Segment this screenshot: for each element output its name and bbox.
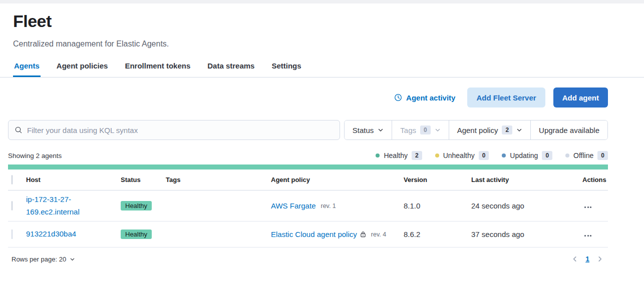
status-badge: Healthy [121,201,152,210]
search-icon [15,126,23,134]
table-row: ip-172-31-27-169.ec2.internal Healthy AW… [8,190,608,222]
page-subtitle: Centralized management for Elastic Agent… [13,40,631,48]
legend-updating-label: Updating [510,152,538,160]
agent-activity-label: Agent activity [406,94,455,102]
filter-tags-label: Tags [400,126,416,134]
previous-page-icon[interactable] [571,256,578,262]
column-header-last-activity: Last activity [471,176,582,184]
legend-healthy-label: Healthy [384,152,407,160]
summary-row: Showing 2 agents Healthy 2 Unhealthy 0 U… [8,151,608,160]
chevron-down-icon [516,127,522,133]
legend-offline-label: Offline [573,152,593,160]
status-badge: Healthy [121,230,152,239]
chevron-down-icon [378,127,384,133]
toolbar: Agent activity Add Fleet Server Add agen… [8,88,608,108]
select-all-checkbox[interactable] [12,175,13,184]
pagination: 1 [571,255,603,263]
column-header-policy: Agent policy [271,176,404,184]
unhealthy-dot-icon [435,154,439,158]
search-filter-row: Status Tags 0 Agent policy 2 Up [8,120,608,140]
agents-count-text: Showing 2 agents [8,152,62,160]
legend-updating: Updating 0 [502,151,552,160]
agent-policy-count-badge: 2 [502,126,512,134]
policy-revision: rev. 1 [320,202,336,210]
column-header-tags: Tags [166,176,271,184]
clock-icon [394,94,402,102]
rows-per-page-selector[interactable]: Rows per page: 20 [12,256,75,263]
legend-offline: Offline 0 [565,151,608,160]
legend-healthy: Healthy 2 [376,151,422,160]
row-actions-icon[interactable] [582,204,593,211]
agents-table: Host Status Tags Agent policy Version La… [8,170,608,248]
next-page-icon[interactable] [596,256,603,262]
updating-dot-icon [502,154,506,158]
unhealthy-count-badge: 0 [479,151,489,160]
legend-unhealthy-label: Unhealthy [443,152,475,160]
tags-count-badge: 0 [420,126,431,134]
filter-upgrade-available[interactable]: Upgrade available [530,120,607,140]
last-activity-cell: 37 seconds ago [471,230,582,238]
table-footer: Rows per page: 20 1 [8,255,608,263]
kql-search-input[interactable] [27,126,334,134]
table-header-row: Host Status Tags Agent policy Version La… [8,170,608,190]
filter-agent-policy[interactable]: Agent policy 2 [449,120,530,140]
column-header-version: Version [404,176,471,184]
health-status-bar [8,164,608,170]
health-legend: Healthy 2 Unhealthy 0 Updating 0 Offline… [376,151,608,160]
chevron-down-icon [70,256,75,262]
top-edge-strip [0,0,644,4]
filter-status[interactable]: Status [345,120,392,140]
updating-count-badge: 0 [542,151,552,160]
tab-data-streams[interactable]: Data streams [206,62,255,77]
offline-dot-icon [565,154,569,158]
filter-tags[interactable]: Tags 0 [392,120,448,140]
column-header-actions: Actions [582,176,610,184]
version-cell: 8.6.2 [404,230,471,238]
column-header-host: Host [26,176,121,184]
kql-search-box[interactable] [8,120,340,140]
policy-cell: Elastic Cloud agent policy rev. 4 [271,230,404,238]
policy-link[interactable]: AWS Fargate [271,202,315,210]
filter-upgrade-available-label: Upgrade available [539,126,599,134]
agent-activity-button[interactable]: Agent activity [394,94,455,102]
row-checkbox[interactable] [12,201,13,210]
lock-icon [360,231,366,238]
rows-per-page-label: Rows per page: 20 [12,256,66,263]
version-cell: 8.1.0 [404,202,471,210]
offline-count-badge: 0 [597,151,608,160]
tab-bar: Agents Agent policies Enrollment tokens … [13,62,631,77]
filter-agent-policy-label: Agent policy [457,126,498,134]
table-row: 913221d30ba4 Healthy Elastic Cloud agent… [8,222,608,248]
legend-unhealthy: Unhealthy 0 [435,151,489,160]
page-header: Fleet Centralized management for Elastic… [0,4,644,77]
host-link[interactable]: ip-172-31-27-169.ec2.internal [26,194,95,218]
filter-status-label: Status [353,126,374,134]
filter-group: Status Tags 0 Agent policy 2 Up [344,120,608,140]
policy-link[interactable]: Elastic Cloud agent policy [271,230,357,238]
last-activity-cell: 24 seconds ago [471,202,582,210]
policy-revision: rev. 4 [371,231,386,238]
healthy-count-badge: 2 [412,151,422,160]
page-number-1[interactable]: 1 [585,255,589,263]
page-title: Fleet [13,12,631,31]
host-link[interactable]: 913221d30ba4 [26,228,76,240]
chevron-down-icon [435,127,441,133]
column-header-status: Status [121,176,166,184]
policy-cell: AWS Fargate rev. 1 [271,202,404,210]
tab-agent-policies[interactable]: Agent policies [56,62,109,77]
tab-settings[interactable]: Settings [270,62,302,77]
healthy-dot-icon [376,154,380,158]
tab-enrollment-tokens[interactable]: Enrollment tokens [124,62,191,77]
row-checkbox-disabled [12,230,13,239]
add-fleet-server-button[interactable]: Add Fleet Server [467,88,545,108]
row-actions-icon[interactable] [582,232,593,240]
main-content: Agent activity Add Fleet Server Add agen… [8,88,608,263]
add-agent-button[interactable]: Add agent [553,88,608,108]
header-divider [0,77,644,78]
tab-agents[interactable]: Agents [13,62,41,77]
